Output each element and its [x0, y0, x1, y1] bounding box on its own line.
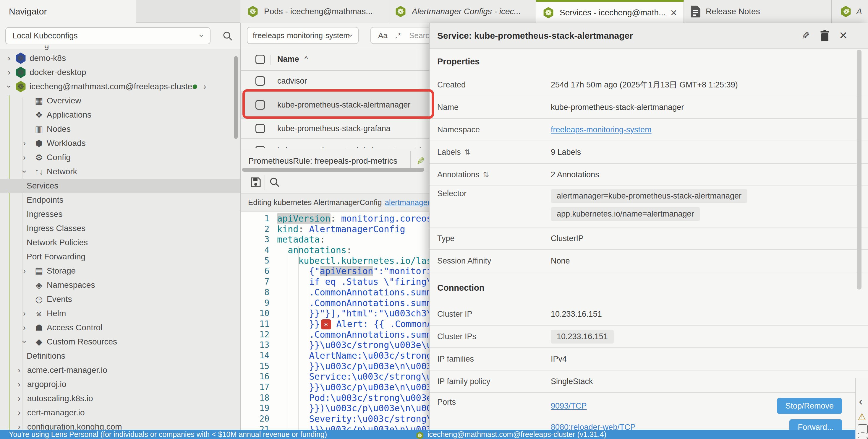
sidebar-item-config[interactable]: ›⚙Config: [0, 150, 240, 165]
sidebar-item-argoproj-io[interactable]: ›argoproj.io: [0, 377, 240, 392]
stop-remove-button[interactable]: Stop/Remove: [777, 398, 842, 414]
sidebar-search-button[interactable]: [221, 30, 234, 42]
regex-toggle[interactable]: .*: [395, 31, 401, 40]
detail-row-label: IP family policy: [430, 377, 551, 386]
sidebar-item-workloads[interactable]: ›⬢Workloads: [0, 136, 240, 150]
tab-overflow[interactable]: ☸ A: [832, 0, 868, 23]
detail-panel-title: Service: kube-prometheus-stack-alertmana…: [437, 31, 633, 41]
table-row[interactable]: kube-prometheus-stack-alertmanager: [241, 92, 429, 119]
chevron-right-icon: ›: [18, 423, 21, 431]
tab-3[interactable]: ☸Services - icecheng@math...×: [536, 0, 684, 24]
line-text: .CommonAnnotations.summary }}: [277, 298, 429, 308]
nodes-icon: ▥: [33, 125, 45, 134]
shield-icon: ☗: [33, 324, 45, 332]
close-icon[interactable]: ×: [839, 27, 847, 43]
namespace-select[interactable]: freeleaps-monitoring-system ›: [247, 27, 359, 44]
sidebar-item-applications[interactable]: ❖Applications: [0, 108, 240, 122]
edit-pencil-icon[interactable]: ✎: [802, 30, 810, 42]
tab-2[interactable]: ☸Alertmanager Configs - icec...: [388, 0, 536, 23]
dock-icon[interactable]: [858, 437, 868, 439]
sidebar-item-acme-cert-manager-io[interactable]: ›acme.cert-manager.io: [0, 363, 240, 377]
select-all-checkbox[interactable]: [255, 55, 265, 64]
tab-4[interactable]: Release Notes: [684, 0, 832, 23]
sidebar-item-network-policies[interactable]: Network Policies: [0, 235, 240, 250]
sidebar-item-definitions[interactable]: Definitions: [0, 349, 240, 363]
right-edge-dock: ‹ ⚠ _: [855, 378, 868, 439]
close-icon[interactable]: ×: [671, 7, 677, 18]
sidebar-item-endpoints[interactable]: Endpoints: [0, 193, 240, 207]
sidebar-item-autoscaling-k8s-io[interactable]: ›autoscaling.k8s.io: [0, 392, 240, 406]
sidebar-item-ingresses[interactable]: Ingresses: [0, 207, 240, 221]
delete-trash-icon[interactable]: [820, 30, 830, 42]
row-checkbox[interactable]: [255, 124, 265, 133]
row-checkbox[interactable]: [255, 76, 265, 86]
name-column-header[interactable]: Name: [277, 55, 299, 64]
line-number: 11: [241, 319, 269, 329]
sidebar-item-events[interactable]: ◷Events: [0, 292, 240, 306]
yaml-editor[interactable]: 1apiVersion: monitoring.coreos.com/v12ki…: [241, 212, 429, 431]
detail-row-label: Namespace: [430, 125, 551, 134]
detail-row-annotations: Annotations⇅2 Annotations: [430, 164, 868, 186]
list-toolbar: freeleaps-monitoring-system › Aa .* Sear…: [241, 23, 429, 48]
save-button[interactable]: [250, 176, 261, 188]
sidebar-item-helm[interactable]: ›⎈Helm: [0, 306, 240, 320]
sidebar-item-namespaces[interactable]: ◈Namespaces: [0, 278, 240, 292]
code-line: 12 .CommonAnnotations.summary }}: [241, 329, 429, 340]
sidebar-item-services[interactable]: Services: [0, 179, 240, 193]
yaml-text: [277, 403, 309, 413]
tab-label: Pods - icecheng@mathmas...: [264, 7, 381, 16]
table-row[interactable]: kube-prometheus-stack-kube-state-metrics: [241, 139, 429, 148]
table-header[interactable]: Name ^: [241, 48, 429, 71]
sidebar-item-ingress-classes[interactable]: Ingress Classes: [0, 221, 240, 235]
sidebar-item-label: icecheng@mathmast.com@freeleaps-cluster: [30, 82, 195, 91]
sort-updown-icon[interactable]: ⇅: [464, 148, 470, 156]
yaml-text: [277, 266, 309, 276]
sidebar-item-nodes[interactable]: ▥Nodes: [0, 122, 240, 136]
port-link[interactable]: 9093/TCP: [551, 402, 587, 411]
row-checkbox[interactable]: [255, 146, 265, 148]
save-icon: [250, 176, 261, 188]
kubeconfig-select[interactable]: Local Kubeconfigs ›: [5, 27, 211, 44]
sidebar-item-storage[interactable]: ›▤Storage: [0, 264, 240, 278]
code-line: 18 Pod:\u003c/strong\u003e {{ .Co: [241, 393, 429, 403]
sidebar-item-overview[interactable]: ▦Overview: [0, 94, 240, 108]
collapse-chevron-icon[interactable]: ‹: [859, 395, 863, 408]
alarm-emoji: ✶: [321, 319, 331, 329]
yaml-text: if eq .Status \"firing\" }}: [309, 276, 429, 287]
yaml-text: :: [346, 245, 352, 255]
table-row[interactable]: cadvisor: [241, 71, 429, 92]
editor-toolbar: [241, 171, 429, 194]
horizontal-scrollbar[interactable]: [242, 168, 424, 172]
sidebar-item-icecheng-mathmast-com-freeleaps-cluster[interactable]: ›☸icecheng@mathmast.com@freeleaps-cluste…: [0, 79, 240, 94]
match-case-toggle[interactable]: Aa: [378, 31, 388, 40]
sidebar-item-configuration-konghq-com[interactable]: ›configuration.konghq.com: [0, 420, 240, 431]
editor-search-button[interactable]: [269, 177, 280, 188]
sidebar-item-docker-desktop[interactable]: ›☸docker-desktop: [0, 65, 240, 79]
chevron-right-icon: ›: [18, 409, 21, 417]
sidebar-item-port-forwarding[interactable]: Port Forwarding: [0, 250, 240, 264]
alertmanagerconfig-link[interactable]: alertmanager: [384, 198, 429, 207]
namespace-link[interactable]: freeleaps-monitoring-system: [551, 125, 652, 134]
row-checkbox[interactable]: [255, 100, 265, 110]
line-number: 19: [241, 403, 269, 414]
sidebar-item-custom-resources[interactable]: ›◆Custom Resources: [0, 335, 240, 349]
detail-row-label: Selector: [430, 189, 551, 198]
table-row[interactable]: kube-prometheus-stack-grafana: [241, 119, 429, 139]
edit-pencil-icon[interactable]: ✎: [416, 155, 425, 167]
detail-row-value: 2 Annotations: [551, 170, 599, 179]
sidebar-item-cert-manager-io[interactable]: ›cert-manager.io: [0, 406, 240, 420]
sidebar-item-label: cert-manager.io: [27, 408, 85, 417]
search-input[interactable]: Aa .* Search: [370, 27, 429, 44]
panel-scrollbar[interactable]: [857, 49, 862, 290]
dock-icon[interactable]: _: [858, 424, 868, 434]
sidebar-scrollbar[interactable]: [234, 56, 238, 139]
sidebar-item-demo-k8s[interactable]: ›☸demo-k8s: [0, 51, 240, 65]
sort-updown-icon[interactable]: ⇅: [483, 170, 489, 179]
yaml-text: apiVersion: [320, 266, 373, 276]
chevron-right-icon[interactable]: ›: [204, 82, 206, 91]
sidebar-item-access-control[interactable]: ›☗Access Control: [0, 320, 240, 335]
sidebar-item-label: Overview: [47, 96, 81, 105]
sidebar-item-network[interactable]: ›↑↓Network: [0, 165, 240, 179]
tab-1[interactable]: ☸Pods - icecheng@mathmas...: [240, 0, 388, 23]
warning-icon[interactable]: ⚠: [858, 411, 866, 423]
